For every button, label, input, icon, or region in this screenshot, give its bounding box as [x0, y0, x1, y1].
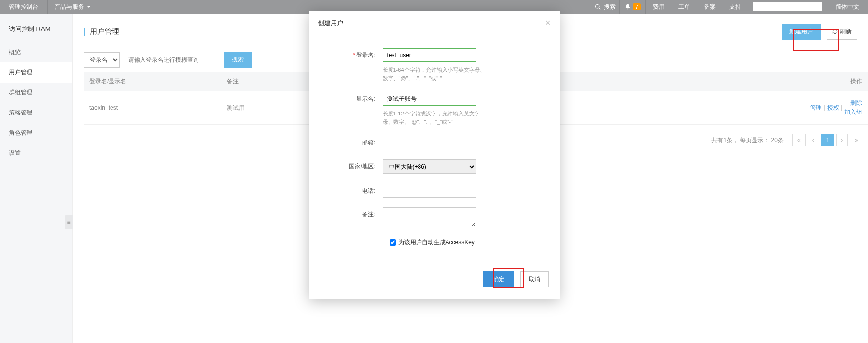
sidebar-collapse-icon[interactable]: ≡	[65, 215, 73, 229]
pagesize-value[interactable]: 20条	[771, 137, 784, 143]
sidebar-item-policies[interactable]: 策略管理	[0, 103, 72, 123]
sidebar-item-roles[interactable]: 角色管理	[0, 123, 72, 143]
label-email: 邮箱:	[324, 136, 383, 149]
modal-body: *登录名: 长度1-64个字符，允许输入小写英文字母、数字、"@"、"."、"_…	[309, 35, 560, 262]
new-user-button[interactable]: 新建用户	[782, 24, 821, 40]
sidebar-item-settings[interactable]: 设置	[0, 143, 72, 163]
sidebar-item-users[interactable]: 用户管理	[0, 62, 72, 83]
action-delete[interactable]: 删除	[850, 99, 862, 107]
email-input[interactable]	[383, 136, 476, 149]
action-addgroup[interactable]: 加入组	[844, 108, 862, 116]
accesskey-text: 为该用户自动生成AccessKey	[398, 238, 475, 247]
search-icon	[595, 4, 601, 10]
display-input[interactable]	[383, 92, 476, 106]
label-display: 显示名:	[324, 92, 383, 126]
col-header-login: 登录名/显示名	[89, 77, 227, 86]
remark-textarea[interactable]	[383, 207, 476, 227]
bell-icon	[625, 4, 631, 10]
sidebar: 访问控制 RAM 概览 用户管理 群组管理 策略管理 角色管理 设置 ≡	[0, 14, 73, 343]
form-row-remark: 备注:	[324, 207, 545, 229]
search-label: 搜索	[604, 3, 616, 11]
form-row-login: *登录名: 长度1-64个字符，允许输入小写英文字母、数字、"@"、"."、"_…	[324, 48, 545, 82]
page-last[interactable]: »	[850, 134, 863, 146]
nav-ticket[interactable]: 工单	[672, 0, 697, 14]
col-header-ops: 操作	[833, 77, 862, 86]
sidebar-item-groups[interactable]: 群组管理	[0, 83, 72, 103]
nav-fee[interactable]: 费用	[646, 0, 672, 14]
region-select[interactable]: 中国大陆(+86)	[383, 159, 476, 174]
sep: |	[841, 104, 842, 111]
phone-input[interactable]	[383, 184, 476, 198]
sidebar-item-overview[interactable]: 概览	[0, 42, 72, 62]
hint-display: 长度1-12个字符或汉字，允许输入英文字母、数字、"@"、"."、"_"或"-"	[383, 110, 486, 126]
global-search[interactable]: 搜索	[591, 3, 619, 11]
total-text: 共有1条，	[711, 137, 738, 143]
title-accent	[84, 28, 85, 36]
caret-down-icon	[87, 6, 91, 8]
refresh-icon	[832, 29, 838, 34]
page-current[interactable]: 1	[821, 134, 835, 146]
login-input[interactable]	[383, 48, 476, 62]
notifications[interactable]: 7	[620, 3, 645, 10]
console-brand[interactable]: 管理控制台	[0, 0, 47, 14]
label-remark: 备注:	[324, 207, 383, 229]
modal-header: 创建用户 ×	[309, 11, 560, 35]
form-row-email: 邮箱:	[324, 136, 545, 149]
cell-ops: 管理 | 授权 | 删除 加入组	[810, 99, 862, 116]
cancel-button[interactable]: 取消	[520, 271, 549, 287]
pagesize-text: 每页显示：	[740, 137, 769, 143]
nav-support[interactable]: 支持	[723, 0, 748, 14]
ok-button[interactable]: 确定	[483, 271, 514, 287]
accesskey-checkbox[interactable]	[390, 239, 396, 246]
svg-point-0	[595, 5, 599, 9]
products-menu[interactable]: 产品与服务	[48, 3, 98, 11]
page-prev[interactable]: ‹	[808, 134, 819, 146]
action-authorize[interactable]: 授权	[827, 104, 839, 112]
svg-line-1	[599, 8, 600, 9]
cell-login[interactable]: taoxin_test	[89, 104, 227, 111]
search-field-select[interactable]: 登录名	[84, 52, 120, 68]
sep: |	[824, 104, 825, 111]
form-row-region: 国家/地区: 中国大陆(+86)	[324, 159, 545, 174]
page-first[interactable]: «	[792, 134, 806, 146]
close-icon[interactable]: ×	[545, 18, 551, 28]
form-row-phone: 电话:	[324, 184, 545, 198]
label-login: *登录名:	[324, 48, 383, 82]
page-next[interactable]: ›	[836, 134, 848, 146]
label-phone: 电话:	[324, 184, 383, 198]
label-region: 国家/地区:	[324, 159, 383, 174]
form-row-display: 显示名: 长度1-12个字符或汉字，允许输入英文字母、数字、"@"、"."、"_…	[324, 92, 545, 126]
products-label: 产品与服务	[55, 3, 84, 11]
notification-badge: 7	[633, 3, 641, 10]
create-user-modal: 创建用户 × *登录名: 长度1-64个字符，允许输入小写英文字母、数字、"@"…	[309, 11, 560, 299]
account-input[interactable]	[753, 2, 822, 11]
sidebar-title: 访问控制 RAM	[0, 14, 72, 42]
refresh-label: 刷新	[840, 28, 852, 36]
language-switch[interactable]: 简体中文	[827, 3, 868, 11]
modal-title: 创建用户	[318, 19, 545, 28]
search-button[interactable]: 搜索	[224, 52, 252, 68]
nav-beian[interactable]: 备案	[697, 0, 723, 14]
search-input[interactable]	[123, 53, 221, 67]
accesskey-label[interactable]: 为该用户自动生成AccessKey	[390, 238, 475, 247]
hint-login: 长度1-64个字符，允许输入小写英文字母、数字、"@"、"."、"_"或"-"	[383, 66, 486, 82]
modal-footer: 确定 取消	[309, 262, 560, 299]
action-manage[interactable]: 管理	[810, 104, 822, 112]
form-row-accesskey: 为该用户自动生成AccessKey	[324, 238, 545, 247]
refresh-button[interactable]: 刷新	[827, 24, 857, 40]
pagination-info: 共有1条， 每页显示： 20条	[711, 136, 784, 144]
